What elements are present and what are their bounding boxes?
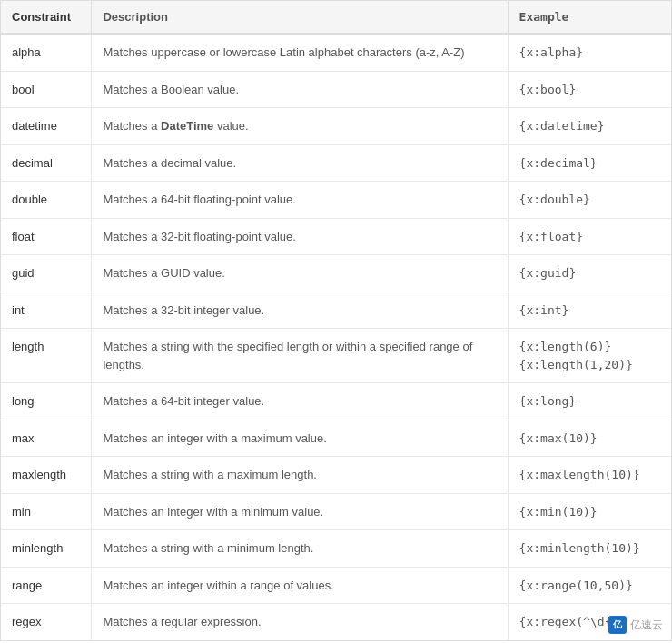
cell-example: {x:alpha} xyxy=(508,34,671,71)
cell-constraint: bool xyxy=(1,71,92,108)
table-row: datetimeMatches a DateTime value.{x:date… xyxy=(1,108,671,145)
table-row: intMatches a 32-bit integer value.{x:int… xyxy=(1,292,671,329)
cell-constraint: guid xyxy=(1,255,92,292)
table-row: minlengthMatches a string with a minimum… xyxy=(1,530,671,568)
cell-example: {x:maxlength(10)} xyxy=(508,457,671,494)
table-row: boolMatches a Boolean value.{x:bool} xyxy=(1,71,671,108)
table-row: lengthMatches a string with the specifie… xyxy=(1,329,671,383)
cell-description: Matches a Boolean value. xyxy=(92,71,508,108)
cell-description: Matches uppercase or lowercase Latin alp… xyxy=(92,34,508,71)
table-row: doubleMatches a 64-bit floating-point va… xyxy=(1,182,671,219)
watermark: 亿 亿速云 xyxy=(608,616,663,634)
cell-example: {x:bool} xyxy=(508,71,671,108)
cell-example: {x:double} xyxy=(508,182,671,219)
cell-constraint: long xyxy=(1,383,92,420)
table-row: rangeMatches an integer within a range o… xyxy=(1,567,671,604)
cell-constraint: maxlength xyxy=(1,457,92,494)
table-row: maxlengthMatches a string with a maximum… xyxy=(1,457,671,494)
cell-constraint: minlength xyxy=(1,530,92,568)
cell-constraint: double xyxy=(1,182,92,219)
cell-constraint: max xyxy=(1,420,92,457)
cell-constraint: range xyxy=(1,567,92,604)
cell-constraint: length xyxy=(1,329,92,383)
table-row: longMatches a 64-bit integer value.{x:lo… xyxy=(1,383,671,420)
cell-constraint: datetime xyxy=(1,108,92,145)
cell-description: Matches a DateTime value. xyxy=(92,108,508,145)
table-row: maxMatches an integer with a maximum val… xyxy=(1,420,671,457)
cell-description: Matches a 32-bit integer value. xyxy=(92,292,508,329)
table-row: regexMatches a regular expression.{x:reg… xyxy=(1,604,671,640)
cell-example: {x:length(6)}{x:length(1,20)} xyxy=(508,329,671,383)
cell-description: Matches an integer with a maximum value. xyxy=(92,420,508,457)
header-constraint: Constraint xyxy=(1,1,92,34)
cell-constraint: alpha xyxy=(1,34,92,71)
watermark-text: 亿速云 xyxy=(630,618,663,633)
cell-description: Matches an integer with a minimum value. xyxy=(92,493,508,530)
cell-description: Matches a 64-bit floating-point value. xyxy=(92,182,508,219)
cell-constraint: min xyxy=(1,493,92,530)
table-row: guidMatches a GUID value.{x:guid} xyxy=(1,255,671,292)
cell-example: {x:max(10)} xyxy=(508,420,671,457)
cell-example: {x:long} xyxy=(508,383,671,420)
cell-description: Matches a regular expression. xyxy=(92,604,508,640)
header-example: Example xyxy=(508,1,671,34)
table-header-row: Constraint Description Example xyxy=(1,1,671,34)
table-row: minMatches an integer with a minimum val… xyxy=(1,493,671,530)
table-row: alphaMatches uppercase or lowercase Lati… xyxy=(1,34,671,71)
cell-description: Matches a 64-bit integer value. xyxy=(92,383,508,420)
cell-description: Matches a GUID value. xyxy=(92,255,508,292)
cell-example: {x:guid} xyxy=(508,255,671,292)
cell-example: {x:minlength(10)} xyxy=(508,530,671,568)
cell-example: {x:int} xyxy=(508,292,671,329)
cell-description: Matches a string with a minimum length. xyxy=(92,530,508,568)
cell-constraint: float xyxy=(1,218,92,255)
cell-example: {x:datetime} xyxy=(508,108,671,145)
cell-example: {x:decimal} xyxy=(508,144,671,182)
cell-description: Matches a decimal value. xyxy=(92,144,508,182)
cell-description: Matches a string with the specified leng… xyxy=(92,329,508,383)
cell-constraint: int xyxy=(1,292,92,329)
watermark-logo: 亿 xyxy=(608,616,627,634)
cell-constraint: regex xyxy=(1,604,92,640)
cell-description: Matches a 32-bit floating-point value. xyxy=(92,218,508,255)
constraints-table: Constraint Description Example alphaMatc… xyxy=(1,1,671,640)
table-row: decimalMatches a decimal value.{x:decima… xyxy=(1,144,671,182)
constraints-table-container: Constraint Description Example alphaMatc… xyxy=(0,0,672,641)
cell-constraint: decimal xyxy=(1,144,92,182)
cell-description: Matches an integer within a range of val… xyxy=(92,567,508,604)
table-row: floatMatches a 32-bit floating-point val… xyxy=(1,218,671,255)
cell-example: {x:range(10,50)} xyxy=(508,567,671,604)
cell-description: Matches a string with a maximum length. xyxy=(92,457,508,494)
header-description: Description xyxy=(92,1,508,34)
cell-example: {x:float} xyxy=(508,218,671,255)
cell-example: {x:min(10)} xyxy=(508,493,671,530)
